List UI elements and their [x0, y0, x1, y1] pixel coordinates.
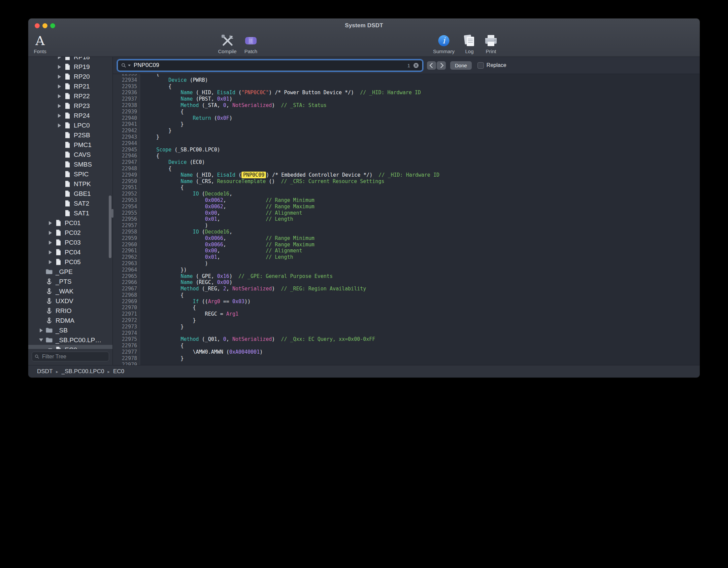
code-token: , [226, 286, 232, 292]
disclosure-collapsed-icon[interactable] [46, 231, 54, 235]
disclosure-collapsed-icon[interactable] [55, 84, 63, 88]
sidebar-item-_sbpc00lp[interactable]: _SB.PC00.LP… [28, 335, 112, 345]
clear-search-icon[interactable] [413, 63, 419, 68]
sidebar-item-rp19[interactable]: RP19 [28, 62, 112, 72]
filter-tree-field[interactable] [32, 352, 109, 361]
code-view[interactable]: { Device (PWRB) { Name (_HID, EisaId ("P… [140, 74, 700, 365]
disclosure-collapsed-icon[interactable] [46, 260, 54, 264]
sidebar-item-ec0[interactable]: EC0 [28, 345, 112, 349]
disclosure-collapsed-icon[interactable] [55, 57, 63, 59]
sidebar-item-rp22[interactable]: RP22 [28, 91, 112, 101]
disclosure-collapsed-icon[interactable] [46, 250, 54, 254]
sidebar-item-spic[interactable]: SPIC [28, 169, 112, 179]
disclosure-collapsed-icon[interactable] [55, 75, 63, 79]
sidebar-item-pc04[interactable]: PC04 [28, 247, 112, 257]
sidebar-item-pc01[interactable]: PC01 [28, 218, 112, 228]
line-number: 22936 [113, 90, 140, 96]
sidebar-item-_gpe[interactable]: _GPE [28, 267, 112, 277]
disclosure-collapsed-icon[interactable] [55, 94, 63, 98]
code-token: Decode16 [205, 191, 229, 197]
disclosure-collapsed-icon[interactable] [55, 104, 63, 108]
method-icon [45, 298, 53, 305]
sidebar-item-gbe1[interactable]: GBE1 [28, 189, 112, 199]
sidebar-item-_pts[interactable]: _PTS [28, 277, 112, 286]
code-token: ResourceTemplate [217, 178, 266, 184]
sidebar-item-_sb[interactable]: _SB [28, 325, 112, 335]
code-token: // Length [266, 216, 293, 222]
code-token: } [144, 324, 184, 330]
disclosure-expanded-icon[interactable] [37, 339, 45, 342]
summary-button[interactable]: i Summary [432, 33, 456, 54]
sidebar-item-cavs[interactable]: CAVS [28, 150, 112, 159]
find-query-input[interactable] [133, 62, 405, 69]
disclosure-collapsed-icon[interactable] [46, 221, 54, 225]
breadcrumb-dsdt[interactable]: DSDT [37, 368, 53, 375]
log-button[interactable]: Log [460, 33, 479, 54]
titlebar[interactable]: System DSDT [28, 19, 700, 33]
sidebar-item-lpc0[interactable]: LPC0 [28, 120, 112, 130]
line-number: 22966 [113, 279, 140, 286]
code-token: Scope [156, 147, 171, 153]
find-previous-button[interactable] [427, 61, 436, 70]
disclosure-collapsed-icon[interactable] [46, 241, 54, 245]
minimize-window-button[interactable] [42, 23, 47, 28]
zoom-window-button[interactable] [50, 23, 55, 28]
disclosure-collapsed-icon[interactable] [55, 65, 63, 69]
doc-icon [54, 259, 62, 265]
sidebar-item-pc02[interactable]: PC02 [28, 228, 112, 238]
code-token: IO [193, 229, 199, 235]
sidebar-item-rp21[interactable]: RP21 [28, 81, 112, 91]
search-options-chevron-icon[interactable] [128, 65, 131, 66]
disclosure-collapsed-icon[interactable] [37, 328, 45, 332]
sidebar-item-p2sb[interactable]: P2SB [28, 130, 112, 140]
sidebar-tree[interactable]: RP18RP19RP20RP21RP22RP23RP24LPC0P2SBPMC1… [28, 57, 112, 349]
sidebar-item-rrio[interactable]: RRIO [28, 306, 112, 316]
sidebar-item-rp23[interactable]: RP23 [28, 101, 112, 111]
code-editor[interactable]: 2293322934229352293622937229382293922940… [113, 74, 700, 365]
find-next-button[interactable] [437, 61, 446, 70]
code-line: 0x00, // Alignment [144, 210, 700, 216]
sidebar-item-uxdv[interactable]: UXDV [28, 296, 112, 306]
code-token: 0x00 [205, 248, 217, 254]
compile-button[interactable]: Compile [216, 33, 238, 54]
breadcrumb-device[interactable]: EC0 [113, 368, 124, 375]
sidebar-item-_wak[interactable]: _WAK [28, 286, 112, 296]
sidebar-item-pc03[interactable]: PC03 [28, 238, 112, 247]
code-token: , [226, 336, 232, 342]
sidebar-item-rdma[interactable]: RDMA [28, 316, 112, 325]
disclosure-expanded-icon[interactable] [46, 348, 54, 349]
sidebar-item-ntpk[interactable]: NTPK [28, 179, 112, 189]
sidebar-item-rp18[interactable]: RP18 [28, 57, 112, 62]
sidebar-item-sat2[interactable]: SAT2 [28, 199, 112, 208]
disclosure-collapsed-icon[interactable] [55, 114, 63, 118]
sidebar-item-pc05[interactable]: PC05 [28, 257, 112, 267]
code-token: 0x01 [205, 254, 217, 260]
code-token: ( [199, 191, 205, 197]
sidebar-scrollbar-thumb[interactable] [109, 196, 111, 258]
pane-splitter-handle[interactable] [111, 209, 113, 218]
sidebar-item-smbs[interactable]: SMBS [28, 159, 112, 169]
code-token: EisaId [217, 90, 235, 96]
sidebar-item-pmc1[interactable]: PMC1 [28, 140, 112, 150]
sidebar-item-rp20[interactable]: RP20 [28, 72, 112, 81]
print-button[interactable]: Print [481, 33, 501, 54]
code-line [144, 330, 700, 336]
code-token [144, 235, 205, 241]
sidebar-item-rp24[interactable]: RP24 [28, 111, 112, 120]
disclosure-collapsed-icon[interactable] [55, 123, 63, 128]
close-window-button[interactable] [35, 23, 40, 28]
sidebar-tree-items: RP18RP19RP20RP21RP22RP23RP24LPC0P2SBPMC1… [28, 57, 112, 349]
replace-checkbox[interactable] [477, 62, 484, 69]
breadcrumb-scope[interactable]: _SB.PC00.LPC0 [62, 368, 104, 375]
code-token: // Alignment [266, 248, 302, 254]
code-token: ( [211, 115, 217, 121]
sidebar-item-sat1[interactable]: SAT1 [28, 208, 112, 218]
search-match-highlight: PNP0C09 [241, 172, 266, 178]
done-button[interactable]: Done [450, 61, 472, 70]
sidebar-item-label: NTPK [74, 180, 91, 188]
filter-tree-input[interactable] [41, 353, 106, 360]
fonts-button[interactable]: A Fonts [30, 33, 50, 54]
line-number: 22943 [113, 134, 140, 140]
find-search-field[interactable]: 1 [118, 60, 423, 71]
patch-button[interactable]: Patch [240, 33, 262, 54]
